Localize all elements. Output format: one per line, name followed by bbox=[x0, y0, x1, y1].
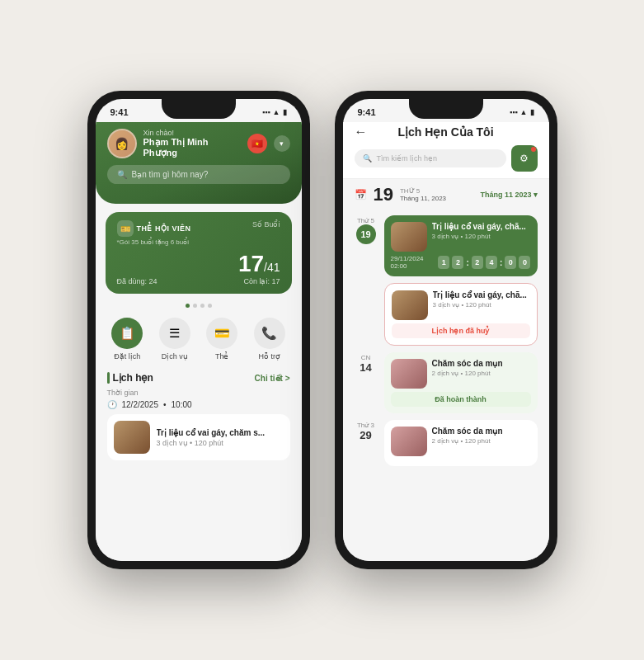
p2-day-thu3: Thứ 3 bbox=[357, 422, 374, 429]
p2-thumb-4 bbox=[391, 427, 427, 456]
p1-card-icon: 🎫 bbox=[117, 220, 134, 237]
p1-so-buoi: Số Buổi bbox=[252, 220, 280, 229]
p1-dot-2 bbox=[193, 304, 197, 308]
p1-avatar: 👩 bbox=[107, 129, 137, 158]
p2-appointment-list: Thứ 5 19 Trị liệu cổ vai gáy, chã... bbox=[343, 210, 549, 550]
p1-appt-thumbnail bbox=[114, 421, 150, 454]
p2-day-abbr: THỨ 5 bbox=[400, 187, 446, 195]
p1-chevron-button[interactable]: ▾ bbox=[274, 135, 290, 152]
p2-filter-icon: ⚙ bbox=[519, 153, 529, 164]
notch-2 bbox=[409, 99, 483, 119]
p2-date-sub: THỨ 5 Tháng 11, 2023 bbox=[400, 187, 446, 202]
p1-thoi-gian-label: Thời gian bbox=[107, 389, 290, 397]
signal-icon-2: ▪▪▪ bbox=[510, 108, 518, 116]
p1-membership-card: 🎫 THẺ HỘI VIÊN Số Buổi *Gói 35 buổi tặng… bbox=[106, 212, 292, 294]
p2-month-button[interactable]: Tháng 11 2023 ▾ bbox=[480, 191, 537, 199]
p2-appt-card-4[interactable]: Chăm sóc da mụn 2 dịch vụ • 120 phút bbox=[384, 420, 538, 466]
p1-the-icon: 💳 bbox=[206, 318, 237, 349]
p1-the-label: Thẻ bbox=[215, 352, 229, 361]
p2-search-icon: 🔍 bbox=[363, 154, 372, 163]
p1-xin-chao: Xin chào! bbox=[143, 129, 241, 137]
p1-time-value: 10:00 bbox=[172, 400, 192, 409]
p2-day-label-14: CN 14 bbox=[355, 352, 378, 413]
p2-appt-title-3: Chăm sóc da mụn bbox=[432, 359, 531, 368]
phone-1: 9:41 ▪▪▪ ▲ ▮ 👩 Xin chào! Phạm Thị Minh P… bbox=[87, 91, 310, 569]
p2-appt-info-2: Trị liệu cổ vai gáy, chã... 3 dịch vụ • … bbox=[433, 290, 530, 309]
status-icons-2: ▪▪▪ ▲ ▮ bbox=[510, 108, 534, 116]
p1-action-ho-tro[interactable]: 📞 Hỗ trợ bbox=[254, 318, 285, 361]
p1-carousel-dots bbox=[96, 304, 302, 308]
p2-filter-dot bbox=[531, 147, 536, 152]
p1-action-dich-vu[interactable]: ☰ Dịch vụ bbox=[159, 318, 190, 361]
p2-appt-info-1: Trị liệu cổ vai gáy, chã... 3 dịch vụ • … bbox=[432, 222, 531, 240]
p1-used: Đã dùng: 24 bbox=[117, 277, 157, 285]
p2-group-29: Thứ 3 29 Chăm sóc da mụn 2 dịch vụ • 120 bbox=[355, 420, 538, 466]
p2-appt-card-1-wrap: Trị liệu cổ vai gáy, chã... 3 dịch vụ • … bbox=[384, 215, 538, 276]
p2-count-1: 1 bbox=[438, 256, 449, 269]
notch-1 bbox=[162, 99, 236, 119]
p2-count-6: 0 bbox=[519, 256, 530, 269]
p1-dat-lich-icon: 📋 bbox=[111, 318, 143, 349]
p2-day-num-29: 29 bbox=[360, 429, 371, 441]
p1-date-row: 🕐 12/2/2025 • 10:00 bbox=[107, 400, 290, 409]
p1-search-bar[interactable]: 🔍 Bạn tìm gì hôm nay? bbox=[107, 165, 290, 184]
p2-appt-card-3[interactable]: Chăm sóc da mụn 2 dịch vụ • 120 phút Đã … bbox=[384, 352, 538, 413]
p1-appt-info: Trị liệu cổ vai gáy, chăm s... 3 dịch vụ… bbox=[157, 428, 284, 447]
p1-greeting-text: Xin chào! Phạm Thị Minh Phượng bbox=[143, 129, 241, 158]
p2-day-label-19: Thứ 5 19 bbox=[355, 215, 378, 276]
p1-card-promo: *Gói 35 buổi tặng 6 buổi bbox=[117, 238, 280, 246]
p1-dat-lich-label: Đặt lịch bbox=[114, 352, 140, 361]
p2-group-14: CN 14 Chăm sóc da mụn 2 dịch vụ • 120 ph bbox=[355, 352, 538, 413]
p1-appt-card[interactable]: Trị liệu cổ vai gáy, chăm s... 3 dịch vụ… bbox=[107, 414, 290, 460]
p2-appt-sub-2: 3 dịch vụ • 120 phút bbox=[433, 301, 530, 309]
p1-search-placeholder: Bạn tìm gì hôm nay? bbox=[132, 170, 209, 179]
p1-flag-button[interactable]: 🇻🇳 bbox=[247, 134, 267, 153]
p1-time-separator: • bbox=[163, 400, 167, 409]
p2-date-num: 19 bbox=[374, 184, 393, 205]
p1-search-icon: 🔍 bbox=[117, 170, 127, 179]
p2-appt-info-4: Chăm sóc da mụn 2 dịch vụ • 120 phút bbox=[432, 427, 531, 445]
p2-date-bar: 📅 19 THỨ 5 Tháng 11, 2023 Tháng 11 2023 … bbox=[343, 179, 549, 210]
p2-back-button[interactable]: ← bbox=[355, 125, 368, 139]
p1-appt-title: Trị liệu cổ vai gáy, chăm s... bbox=[157, 428, 284, 437]
battery-icon: ▮ bbox=[283, 108, 287, 116]
p1-appt-sub: 3 dịch vụ • 120 phút bbox=[157, 439, 284, 447]
p1-user-name: Phạm Thị Minh Phượng bbox=[143, 137, 241, 158]
p2-calendar-icon: 📅 bbox=[355, 189, 367, 200]
p1-action-the[interactable]: 💳 Thẻ bbox=[206, 318, 237, 361]
p1-clock-icon: 🕐 bbox=[107, 400, 117, 409]
signal-icon: ▪▪▪ bbox=[262, 108, 270, 116]
p1-chi-tiet-link[interactable]: Chi tiết > bbox=[255, 374, 290, 383]
p2-search-input[interactable]: 🔍 Tìm kiếm lịch hẹn bbox=[355, 149, 506, 167]
p2-count-3: 2 bbox=[472, 256, 483, 269]
p1-dot-4 bbox=[208, 304, 212, 308]
battery-icon-2: ▮ bbox=[530, 108, 534, 116]
p1-lich-hen-section: Lịch hẹn Chi tiết > Thời gian 🕐 12/2/202… bbox=[96, 367, 302, 465]
p1-card-title: THẺ HỘI VIÊN bbox=[137, 224, 191, 233]
p2-appt-card-1[interactable]: Trị liệu cổ vai gáy, chã... 3 dịch vụ • … bbox=[384, 215, 538, 276]
p2-filter-button[interactable]: ⚙ bbox=[511, 145, 538, 172]
p1-quick-actions: 📋 Đặt lịch ☰ Dịch vụ 💳 Thẻ 📞 Hỗ trợ bbox=[96, 311, 302, 367]
status-time-2: 9:41 bbox=[358, 107, 376, 117]
p2-day-label-empty bbox=[355, 283, 378, 346]
p2-appt-info-3: Chăm sóc da mụn 2 dịch vụ • 120 phút bbox=[432, 359, 531, 377]
wifi-icon-2: ▲ bbox=[520, 108, 528, 116]
phone-2: 9:41 ▪▪▪ ▲ ▮ ← Lịch Hẹn Của Tôi 🔍 Tìm ki… bbox=[335, 91, 557, 569]
p2-count-2: 2 bbox=[452, 256, 463, 269]
p2-search-placeholder: Tìm kiếm lịch hẹn bbox=[377, 154, 438, 163]
p2-day-label-29: Thứ 3 29 bbox=[355, 420, 378, 466]
p2-appt-sub-3: 2 dịch vụ • 120 phút bbox=[432, 370, 531, 377]
p1-header: 👩 Xin chào! Phạm Thị Minh Phượng 🇻🇳 ▾ 🔍 … bbox=[96, 122, 302, 204]
p1-dot-1 bbox=[186, 304, 190, 308]
p2-thumb-2 bbox=[392, 290, 428, 320]
p2-group-cancelled: Trị liệu cổ vai gáy, chã... 3 dịch vụ • … bbox=[355, 283, 538, 346]
p2-day-name-19: Thứ 5 bbox=[357, 217, 374, 224]
p2-chevron-icon: ▾ bbox=[534, 191, 538, 199]
wifi-icon: ▲ bbox=[273, 108, 280, 116]
p1-action-dat-lich[interactable]: 📋 Đặt lịch bbox=[111, 318, 143, 361]
p2-countdown-date: 29/11/2024 02:00 bbox=[391, 255, 436, 270]
status-time-1: 9:41 bbox=[110, 107, 129, 117]
p2-appt-card-2[interactable]: Trị liệu cổ vai gáy, chã... 3 dịch vụ • … bbox=[384, 283, 538, 346]
p2-appt-sub-1: 3 dịch vụ • 120 phút bbox=[432, 233, 531, 240]
p2-day-num-19: 19 bbox=[356, 224, 376, 244]
